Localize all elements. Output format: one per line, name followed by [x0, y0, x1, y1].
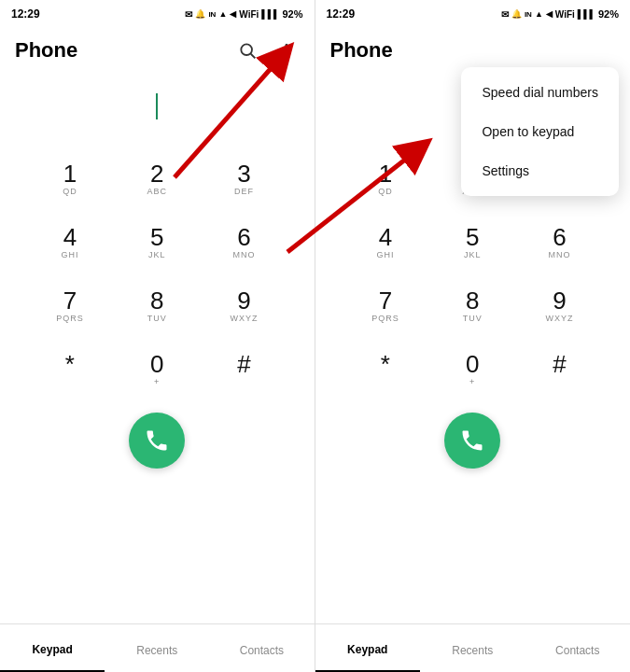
dial-key-star[interactable]: * [26, 338, 113, 401]
status-bar-right: 12:29 ✉ 🔔 IN ▲ ◀ WiFi ▌▌▌ 92% [315, 0, 631, 26]
tab-keypad-label-left: Keypad [32, 643, 72, 656]
signal-icon-r: ▌▌▌ [578, 9, 595, 19]
dial-key-5[interactable]: 5JKL [429, 211, 516, 274]
msg-icon-r: ✉ [501, 9, 509, 20]
dropdown-open-keypad[interactable]: Open to keypad [461, 112, 619, 151]
data-icon-r: IN [525, 10, 532, 19]
dial-key-star[interactable]: * [342, 338, 428, 401]
data-icon: IN [208, 10, 216, 19]
battery-right: 92% [598, 8, 619, 20]
header-icons-left [234, 37, 300, 63]
dial-key-2[interactable]: 2ABC [114, 147, 201, 211]
app-title-right: Phone [330, 38, 393, 63]
tab-keypad-label-right: Keypad [347, 643, 387, 656]
dial-key-hash[interactable]: # [201, 338, 287, 401]
svg-point-2 [285, 44, 287, 47]
tab-recents-left[interactable]: Recents [105, 624, 209, 672]
dial-key-1[interactable]: 1QD [342, 147, 428, 211]
tab-keypad-right[interactable]: Keypad [315, 624, 421, 672]
status-time-right: 12:29 [327, 7, 356, 21]
bottom-tabs-right: Keypad Recents Contacts [315, 623, 631, 672]
tab-contacts-label-left: Contacts [240, 644, 284, 657]
nav-icon: ◀ [230, 9, 236, 19]
wifi-icon: WiFi [239, 9, 259, 20]
dial-key-0[interactable]: 0+ [114, 338, 201, 401]
tab-recents-right[interactable]: Recents [420, 624, 525, 672]
dial-key-4[interactable]: 4GHI [26, 211, 113, 274]
dial-key-7[interactable]: 7PQRS [26, 274, 113, 338]
dial-key-8[interactable]: 8TUV [114, 274, 201, 338]
dial-key-4[interactable]: 4GHI [342, 211, 428, 274]
dial-key-6[interactable]: 6MNO [201, 211, 287, 274]
tab-contacts-label-right: Contacts [555, 644, 599, 657]
svg-point-4 [285, 54, 287, 57]
dial-key-hash[interactable]: # [516, 338, 603, 401]
notif-icon: 🔔 [195, 9, 205, 19]
tab-contacts-right[interactable]: Contacts [525, 624, 631, 672]
status-icons-left: ✉ 🔔 IN ▲ ◀ WiFi ▌▌▌ 92% [185, 8, 302, 20]
tab-keypad-left[interactable]: Keypad [0, 624, 105, 672]
dial-key-0[interactable]: 0+ [429, 338, 516, 401]
wifi-icon-r: WiFi [555, 9, 575, 20]
svg-point-3 [285, 49, 287, 52]
dial-key-9[interactable]: 9WXYZ [516, 274, 603, 338]
call-button-left[interactable] [129, 413, 185, 469]
signal-icon: ▌▌▌ [261, 9, 279, 19]
app-title-left: Phone [15, 38, 77, 63]
status-icons-right: ✉ 🔔 IN ▲ ◀ WiFi ▌▌▌ 92% [501, 8, 619, 20]
tab-recents-label-left: Recents [136, 644, 177, 657]
dial-key-9[interactable]: 9WXYZ [201, 274, 287, 338]
bottom-tabs-left: Keypad Recents Contacts [0, 623, 315, 672]
notif-icon-r: 🔔 [511, 9, 522, 19]
dial-key-1[interactable]: 1QD [26, 147, 113, 211]
status-bar-left: 12:29 ✉ 🔔 IN ▲ ◀ WiFi ▌▌▌ 92% [0, 0, 315, 26]
input-cursor-left [156, 93, 158, 119]
dialpad-grid-left: 1QD2ABC3DEF4GHI5JKL6MNO7PQRS8TUV9WXYZ*0+… [26, 147, 287, 401]
arrow-icon: ▲ [218, 9, 227, 19]
dial-key-8[interactable]: 8TUV [429, 274, 516, 338]
dropdown-settings[interactable]: Settings [461, 151, 619, 190]
call-button-right[interactable] [444, 413, 500, 469]
dialpad-area-left: 1QD2ABC3DEF4GHI5JKL6MNO7PQRS8TUV9WXYZ*0+… [0, 75, 315, 623]
dial-key-3[interactable]: 3DEF [201, 147, 287, 211]
svg-point-0 [241, 44, 252, 55]
app-header-left: Phone [0, 26, 315, 75]
right-phone-panel: 12:29 ✉ 🔔 IN ▲ ◀ WiFi ▌▌▌ 92% Phone Spee… [315, 0, 631, 672]
more-button-left[interactable] [273, 37, 300, 63]
status-time-left: 12:29 [11, 7, 40, 21]
dropdown-menu: Speed dial numbers Open to keypad Settin… [461, 67, 619, 196]
tab-recents-label-right: Recents [452, 644, 493, 657]
battery-left: 92% [282, 8, 302, 20]
dial-key-7[interactable]: 7PQRS [342, 274, 428, 338]
search-button-left[interactable] [234, 37, 260, 63]
svg-line-1 [250, 54, 255, 59]
dial-key-6[interactable]: 6MNO [516, 211, 603, 274]
msg-icon: ✉ [185, 9, 192, 20]
dropdown-speed-dial[interactable]: Speed dial numbers [461, 73, 619, 112]
arrow-icon-r: ▲ [535, 9, 543, 19]
left-phone-panel: 12:29 ✉ 🔔 IN ▲ ◀ WiFi ▌▌▌ 92% Phone [0, 0, 315, 672]
nav-icon-r: ◀ [546, 9, 553, 19]
tab-contacts-left[interactable]: Contacts [209, 624, 314, 672]
dial-key-5[interactable]: 5JKL [114, 211, 201, 274]
